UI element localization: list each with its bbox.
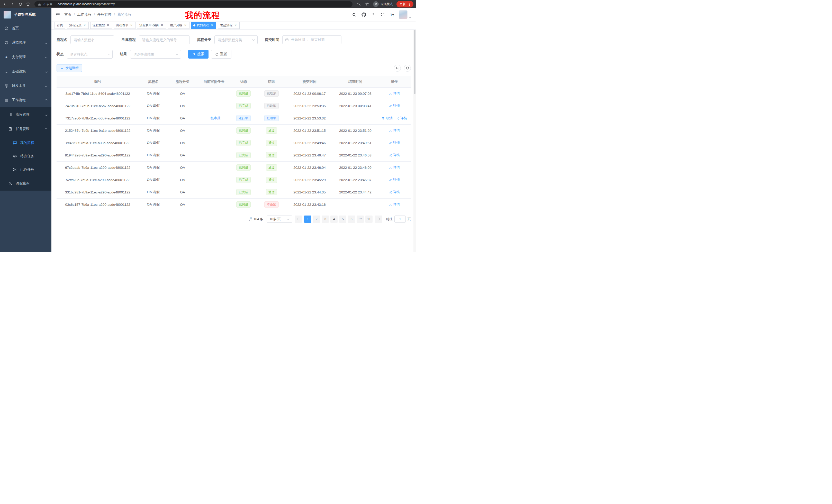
browser-menu-icon[interactable]: ⋮ bbox=[408, 3, 411, 6]
tab-流程表单[interactable]: 流程表单× bbox=[114, 22, 135, 29]
next-page-button[interactable] bbox=[375, 216, 382, 223]
user-menu[interactable] bbox=[399, 10, 411, 19]
tab-发起流程[interactable]: 发起流程× bbox=[218, 22, 240, 29]
forward-icon[interactable] bbox=[10, 2, 15, 6]
header-actions: TT bbox=[352, 10, 416, 19]
page-button-2[interactable]: 2 bbox=[313, 216, 320, 223]
task-link[interactable]: 一级审批 bbox=[207, 116, 220, 120]
scrollbar[interactable] bbox=[413, 8, 416, 252]
success-tag: 已完成 bbox=[236, 103, 251, 109]
home-icon[interactable] bbox=[26, 2, 30, 6]
bookmark-star-icon[interactable] bbox=[365, 2, 369, 6]
cell-submit-time: 2022-01-22 23:51:15 bbox=[286, 124, 333, 137]
cell-id: 331bc281-7b9a-11ec-a290-acde48001122 bbox=[57, 186, 139, 198]
detail-link[interactable]: 详情 bbox=[389, 128, 400, 133]
page-button-6[interactable]: 6 bbox=[348, 216, 355, 223]
detail-link[interactable]: 详情 bbox=[389, 190, 400, 194]
tab-流程定义[interactable]: 流程定义× bbox=[67, 22, 89, 29]
tab-流程模型[interactable]: 流程模型× bbox=[90, 22, 112, 29]
address-bar[interactable]: 不安全 dashboard.yudao.iocoder.cn/bpm/task/… bbox=[34, 1, 353, 7]
cell-result: 不通过 bbox=[257, 198, 286, 211]
update-button[interactable]: 更新 ⋮ bbox=[396, 1, 413, 7]
prev-page-button[interactable] bbox=[295, 216, 302, 223]
tab-close-icon[interactable]: × bbox=[160, 24, 164, 27]
help-icon[interactable] bbox=[371, 12, 375, 17]
page-ellipsis[interactable]: ••• bbox=[357, 216, 364, 223]
refresh-table-icon[interactable] bbox=[404, 65, 411, 72]
reset-button[interactable]: 重置 bbox=[211, 50, 231, 59]
detail-link[interactable]: 详情 bbox=[389, 104, 400, 108]
page-button-1[interactable]: 1 bbox=[304, 216, 311, 223]
search-button[interactable]: 搜索 bbox=[188, 50, 209, 59]
detail-link[interactable]: 详情 bbox=[389, 141, 400, 145]
cancel-link[interactable]: 取消 bbox=[382, 116, 393, 120]
process-def-input[interactable] bbox=[139, 35, 190, 44]
warning-icon bbox=[38, 3, 41, 6]
page-size-select[interactable]: 10条/页 bbox=[267, 216, 292, 223]
create-process-button[interactable]: ＋ 发起流程 bbox=[57, 64, 82, 72]
tab-close-icon[interactable]: × bbox=[130, 24, 133, 27]
breadcrumb-workflow[interactable]: 工作流程 bbox=[77, 12, 92, 17]
cell-actions: 详情 bbox=[378, 100, 411, 112]
page-button-11[interactable]: 11 bbox=[365, 216, 372, 223]
tab-首页[interactable]: 首页 bbox=[54, 22, 65, 29]
tab-我的流程[interactable]: 我的流程× bbox=[191, 22, 216, 29]
incognito-badge[interactable]: 无痕模式 bbox=[373, 1, 393, 7]
page-button-4[interactable]: 4 bbox=[330, 216, 338, 223]
hamburger-icon[interactable] bbox=[51, 8, 64, 21]
detail-link[interactable]: 详情 bbox=[389, 165, 400, 170]
back-icon[interactable] bbox=[3, 2, 7, 6]
search-icon bbox=[192, 53, 196, 56]
cell-category: OA bbox=[167, 124, 198, 137]
sidebar-item-todo-tasks[interactable]: 待办任务 bbox=[0, 149, 51, 163]
browser-toolbar: 不安全 dashboard.yudao.iocoder.cn/bpm/task/… bbox=[0, 0, 416, 8]
tab-close-icon[interactable]: × bbox=[234, 24, 237, 27]
tab-close-icon[interactable]: × bbox=[184, 24, 187, 27]
result-select[interactable] bbox=[130, 50, 181, 59]
sidebar-item-workflow[interactable]: 工作流程 bbox=[0, 93, 51, 107]
app-logo[interactable]: 芋道管理系统 bbox=[0, 8, 51, 21]
tab-close-icon[interactable]: × bbox=[210, 24, 214, 27]
breadcrumb: 首页 / 工作流程 / 任务管理 / 我的流程 bbox=[64, 12, 132, 17]
sidebar-item-task-mgmt[interactable]: 任务管理 bbox=[0, 122, 51, 136]
tab-流程表单-编辑[interactable]: 流程表单-编辑× bbox=[137, 22, 166, 29]
success-tag: 已完成 bbox=[236, 140, 251, 146]
process-name-input[interactable] bbox=[71, 35, 114, 44]
cell-category: OA bbox=[167, 186, 198, 198]
toggle-search-icon[interactable] bbox=[394, 65, 401, 72]
reload-icon[interactable] bbox=[18, 2, 23, 6]
github-icon[interactable] bbox=[362, 12, 366, 17]
table-row: ec45f38f-7b9a-11ec-b03b-acde48001122OA 请… bbox=[57, 137, 411, 149]
sidebar-item-system[interactable]: 系统管理 bbox=[0, 35, 51, 50]
detail-link[interactable]: 详情 bbox=[389, 153, 400, 158]
tab-close-icon[interactable]: × bbox=[83, 24, 86, 27]
sidebar-item-home[interactable]: 首页 bbox=[0, 21, 51, 35]
search-icon[interactable] bbox=[352, 12, 357, 17]
detail-link[interactable]: 详情 bbox=[389, 202, 400, 207]
goto-page-input[interactable] bbox=[394, 216, 406, 223]
detail-link[interactable]: 详情 bbox=[389, 91, 400, 96]
detail-link[interactable]: 详情 bbox=[389, 177, 400, 182]
sidebar-item-label: 流程管理 bbox=[16, 112, 30, 117]
detail-link[interactable]: 详情 bbox=[396, 116, 407, 120]
sidebar-item-my-process[interactable]: 我的流程 bbox=[0, 136, 51, 149]
sidebar-item-process-mgmt[interactable]: 流程管理 bbox=[0, 107, 51, 122]
sidebar-item-infra[interactable]: 基础设施 bbox=[0, 64, 51, 79]
sidebar-item-payment[interactable]: ¥ 支付管理 bbox=[0, 50, 51, 64]
sidebar-item-devtools[interactable]: 研发工具 bbox=[0, 79, 51, 93]
date-range-picker[interactable]: 开始日期 - 结束日期 bbox=[282, 35, 341, 44]
font-size-icon[interactable]: TT bbox=[390, 12, 394, 17]
tab-用户分组[interactable]: 用户分组× bbox=[167, 22, 189, 29]
sidebar-item-done-tasks[interactable]: 已办任务 bbox=[0, 163, 51, 176]
page-button-3[interactable]: 3 bbox=[322, 216, 329, 223]
breadcrumb-task-mgmt[interactable]: 任务管理 bbox=[97, 12, 111, 17]
page-button-5[interactable]: 5 bbox=[339, 216, 346, 223]
password-key-icon[interactable] bbox=[357, 2, 361, 6]
tab-close-icon[interactable]: × bbox=[106, 24, 110, 27]
breadcrumb-home[interactable]: 首页 bbox=[64, 12, 72, 17]
sidebar-item-leave-query[interactable]: 请假查询 bbox=[0, 176, 51, 191]
category-select[interactable] bbox=[214, 35, 258, 44]
annotation-my-process: 我的流程 bbox=[185, 10, 220, 21]
status-select[interactable] bbox=[67, 50, 113, 59]
fullscreen-icon[interactable] bbox=[381, 12, 385, 17]
